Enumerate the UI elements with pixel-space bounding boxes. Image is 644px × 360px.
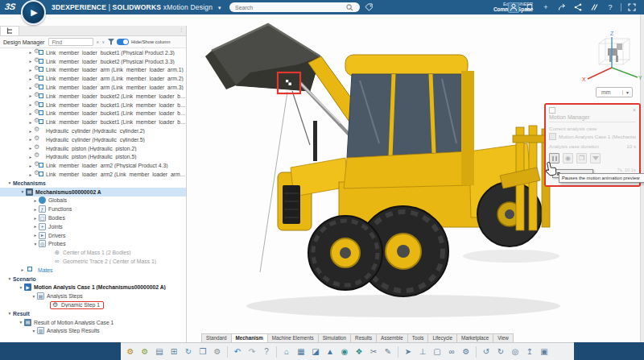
tree-item[interactable]: ▾Mechanisms <box>0 179 186 188</box>
expand-chevron[interactable]: ▸ <box>27 163 34 168</box>
expand-chevron[interactable]: ▾ <box>6 311 13 316</box>
tree-item[interactable]: ▸⚙Link_member_loader_arm2 (Link_member_l… <box>0 170 186 179</box>
tree-item[interactable]: ▾▶Motion Analysis Case 1 (Mechanismus000… <box>0 283 186 292</box>
toolbar-import-button[interactable]: ❐ <box>196 345 209 358</box>
expand-chevron[interactable]: ▸ <box>32 233 39 238</box>
tab-mechanism[interactable]: Mechanism <box>231 333 268 342</box>
add-icon[interactable]: + <box>540 2 551 13</box>
share-icon[interactable] <box>556 2 568 13</box>
expand-chevron[interactable]: ▾ <box>31 294 37 299</box>
tab-design-manager[interactable] <box>0 26 19 35</box>
tree-item[interactable]: ▸⚙Link_member_loader_bucket1 (Link_membe… <box>0 110 186 118</box>
toolbar-bounding-box-button[interactable]: ▢ <box>431 345 444 358</box>
toolbar-capture-button[interactable]: ▦ <box>295 345 308 358</box>
search-icon[interactable] <box>346 4 353 11</box>
current-case-row[interactable]: Motion Analysis Case 1 (Mechanismus00... <box>549 133 636 140</box>
toolbar-settings-button[interactable]: ⚙ <box>211 345 224 358</box>
assistant-icon[interactable] <box>588 2 600 13</box>
tree-item[interactable]: ▸Mates <box>0 266 186 275</box>
tree-item[interactable]: ▾▤Result of Motion Analysis Case 1 <box>0 318 186 327</box>
toolbar-save-view-button[interactable]: ▣ <box>538 345 551 358</box>
tree-item[interactable]: ▸⚙Link_member_loader_bucket2 (Physical P… <box>0 57 186 66</box>
expand-chevron[interactable]: ▸ <box>32 224 39 229</box>
toolbar-render-style-button[interactable]: ❖ <box>353 345 365 358</box>
expand-chevron[interactable]: ▸ <box>32 198 39 203</box>
play-circle-button[interactable]: ◉ <box>563 153 573 163</box>
tree-item[interactable]: ▸⚙Hydraulic_piston (Hydraulic_piston.2) <box>0 144 186 153</box>
toolbar-search-database-button[interactable]: ⊞ <box>167 345 180 358</box>
find-input[interactable] <box>49 39 93 45</box>
expand-chevron[interactable]: ▸ <box>27 120 34 125</box>
tree-item[interactable]: ▾◎Probes <box>0 240 186 249</box>
expand-chevron[interactable]: ▾ <box>19 189 26 194</box>
tree-item[interactable]: ▾Result <box>0 309 186 318</box>
toolbar-share-content-button[interactable]: ⌂ <box>280 345 293 358</box>
profile-icon[interactable] <box>508 2 519 13</box>
expand-chevron[interactable]: ▸ <box>27 93 34 98</box>
tag-icon[interactable] <box>365 3 374 12</box>
toolbar-export-up-button[interactable]: ↥ <box>523 345 536 358</box>
tree-item[interactable]: ▸⚙Link_member_loader_arm (Link_member_lo… <box>0 74 186 83</box>
chevron-down-icon[interactable]: ▼ <box>217 6 222 10</box>
help-icon[interactable]: ? <box>605 2 616 13</box>
expand-chevron[interactable]: ▾ <box>6 180 13 185</box>
expand-chevron[interactable]: ▸ <box>27 102 34 107</box>
tree-item[interactable]: ▾▥Analysis Step Results <box>0 327 186 336</box>
toolbar-save-button[interactable]: ▤ <box>153 345 166 358</box>
expand-chevron[interactable]: ▸ <box>27 111 34 116</box>
expand-chevron[interactable]: ▸ <box>27 50 34 55</box>
toolbar-help-button[interactable]: ? <box>260 345 273 358</box>
fullscreen-icon[interactable] <box>626 2 638 13</box>
tree-item[interactable]: ▸ƒFunctions <box>0 205 186 213</box>
expand-chevron[interactable]: ▸ <box>27 77 34 81</box>
export-button[interactable]: ❐ <box>576 153 587 163</box>
tree-item[interactable]: ▸⚙Link_member_loader_arm (Link_member_lo… <box>0 83 186 92</box>
expand-chevron[interactable]: ▸ <box>27 129 34 134</box>
tree-item[interactable]: ▸⚙Link_member_loader_bucket1 (Link_membe… <box>0 101 186 110</box>
tree-item[interactable]: ▸⚙Link_member_loader_bucket1 (Physical P… <box>0 48 186 57</box>
tree-item[interactable]: ∞Geometric Trace 2 ( Center of Mass 1) <box>0 257 186 266</box>
tree-item[interactable]: ▾Scenario <box>0 275 186 283</box>
find-box[interactable] <box>48 38 93 46</box>
expand-chevron[interactable]: ▾ <box>6 276 13 281</box>
tab-view[interactable]: View <box>493 333 514 342</box>
tab-marketplace[interactable]: Marketplace <box>456 333 493 342</box>
tree-item[interactable]: ⊕Center of Mass 1 (2 Bodies) <box>0 248 186 257</box>
toolbar-open-button[interactable]: ⚙ <box>138 345 151 358</box>
toolbar-undo-button[interactable]: ↶ <box>231 345 244 358</box>
toolbar-section-cut-button[interactable]: ✂ <box>367 345 380 358</box>
expand-chevron[interactable]: ▸ <box>32 207 39 212</box>
find-prev-next[interactable]: ∧ ∨ <box>96 39 105 44</box>
tab-simulation[interactable]: Simulation <box>318 333 351 342</box>
axis-triad[interactable]: Z X Y <box>581 31 642 87</box>
expand-chevron[interactable]: ▾ <box>32 242 39 246</box>
notifications-icon[interactable] <box>524 2 535 13</box>
toolbar-sketch-button[interactable]: ✎ <box>382 345 394 358</box>
tab-assemble[interactable]: Assemble <box>376 333 408 342</box>
panel-collapse-icon[interactable]: ⋮ <box>179 27 184 32</box>
toolbar-new-button[interactable]: ⚙ <box>124 345 137 358</box>
expand-chevron[interactable]: ▸ <box>27 68 34 72</box>
tab-standard[interactable]: Standard <box>201 333 232 342</box>
tree-item[interactable]: ▸▸Drivers <box>0 231 186 240</box>
toolbar-select-tool-button[interactable]: ➤ <box>402 345 415 358</box>
expand-chevron[interactable]: ▸ <box>32 216 39 221</box>
expand-chevron[interactable]: ▾ <box>18 320 24 325</box>
tree-item[interactable]: ▸⚙Link_member_loader_bucket1 (Link_membe… <box>0 118 186 126</box>
toolbar-walk-mode-button[interactable]: ▲ <box>324 345 336 358</box>
hide-show-toggle[interactable] <box>117 39 129 45</box>
tab-tools[interactable]: Tools <box>407 333 429 342</box>
units-dropdown[interactable]: mm ▼ <box>596 87 633 97</box>
expand-chevron[interactable]: ▸ <box>27 137 34 142</box>
filter-icon[interactable] <box>108 39 114 45</box>
tree-item[interactable]: ⚙Dynamic Step 1 <box>0 300 186 309</box>
toolbar-replay-back-button[interactable]: ↺ <box>480 345 493 358</box>
filter-button[interactable] <box>590 153 601 163</box>
expand-chevron[interactable]: ▸ <box>27 146 34 151</box>
tree-item[interactable]: ▾▤Analysis Steps <box>0 292 186 300</box>
tab-machine-elements[interactable]: Machine Elements <box>267 333 319 342</box>
tree-item[interactable]: ▸▢Bodies <box>0 213 186 222</box>
toolbar-iso-view-button[interactable]: ◪ <box>309 345 322 358</box>
3dcompass-icon[interactable]: ▶ <box>21 0 46 25</box>
expand-chevron[interactable]: ▸ <box>19 267 26 272</box>
